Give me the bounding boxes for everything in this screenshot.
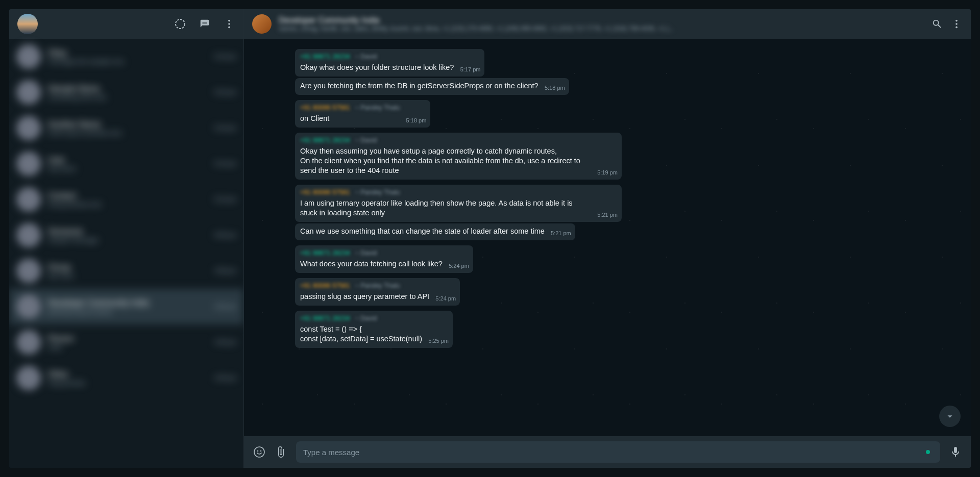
message-bubble[interactable]: Can we use something that can change the…	[295, 223, 575, 240]
chat-list-item[interactable]: Other msg preview 4:35 pm	[9, 360, 243, 396]
sidebar-actions	[174, 18, 235, 30]
group-members: names, chirag, hardik, ravi, sales, dhel…	[279, 25, 924, 32]
chat-info: Someone sample message	[48, 227, 207, 244]
chat-list[interactable]: Okay message text sample one 5:24 pm Sam…	[9, 39, 243, 468]
chat-preview: something here text	[48, 93, 207, 101]
message-bubble[interactable]: +91 98671 28234 ~ David const Test = () …	[295, 311, 453, 348]
chat-header[interactable]: Developer Community India names, chirag,…	[244, 9, 971, 39]
svg-point-8	[257, 450, 259, 452]
message-sender: +91 98671 28234	[300, 136, 350, 145]
chat-name: Person	[48, 334, 207, 343]
message-row: +91 80086 57581 ~ Pandey Thalu I am usin…	[295, 185, 920, 222]
chat-list-item[interactable]: Someone sample message 5:05 pm	[9, 217, 243, 253]
chat-preview: message text sample one	[48, 58, 207, 65]
header-text: Developer Community India names, chirag,…	[279, 16, 924, 32]
chat-info: Okay message text sample one	[48, 48, 207, 65]
chat-preview: lorem ipsum preview text	[48, 129, 207, 137]
emoji-icon[interactable]	[253, 446, 265, 458]
chat-list-item[interactable]: User hey there 5:15 pm	[9, 146, 243, 182]
chat-time: 5:20 pm	[214, 89, 236, 96]
chat-list-item[interactable]: Group text here 4:58 pm	[9, 253, 243, 289]
chat-name: Developer Community India	[48, 298, 207, 308]
chat-list-item[interactable]: Sample Name something here text 5:20 pm	[9, 74, 243, 110]
chat-name: Okay	[48, 48, 207, 58]
new-chat-icon[interactable]	[199, 18, 211, 30]
chat-name: Other	[48, 370, 207, 379]
message-alias: ~ Pandey Thalu	[355, 103, 400, 113]
chat-time: 5:18 pm	[214, 124, 236, 132]
message-sender: +91 80086 57581	[300, 188, 350, 197]
chat-time: 4:58 pm	[214, 267, 236, 274]
attach-icon[interactable]	[275, 446, 287, 458]
grammarly-indicator-icon	[926, 450, 930, 454]
chat-time: 5:15 pm	[214, 160, 236, 167]
message-alias: ~ David	[355, 314, 377, 323]
status-icon[interactable]	[174, 18, 186, 30]
chat-info: Group text here	[48, 263, 207, 280]
chat-list-item[interactable]: Contact emoji preview text 5:10 pm	[9, 182, 243, 217]
message-alias: ~ David	[355, 52, 377, 62]
chat-list-item[interactable]: Okay message text sample one 5:24 pm	[9, 39, 243, 74]
mic-icon[interactable]	[949, 446, 962, 458]
composer	[244, 436, 971, 468]
message-bubble[interactable]: +91 80086 57581 ~ Pandey Thalu I am usin…	[295, 185, 622, 222]
chat-list-item[interactable]: Another Name lorem ipsum preview text 5:…	[9, 110, 243, 146]
message-sender-row: +91 80086 57581 ~ Pandey Thalu	[300, 188, 591, 197]
message-bubble[interactable]: +91 98671 28234 ~ David Okay then assumi…	[295, 133, 622, 180]
svg-point-5	[955, 23, 958, 25]
chat-list-item[interactable]: Developer Community India passing slug a…	[9, 289, 243, 324]
message-time: 5:24 pm	[449, 261, 469, 271]
chat-time: 5:10 pm	[214, 196, 236, 203]
message-sender-row: +91 80086 57581 ~ Pandey Thalu	[300, 103, 400, 113]
message-time: 5:21 pm	[597, 210, 618, 220]
chat-time: 4:50 pm	[214, 303, 236, 310]
sidebar: Okay message text sample one 5:24 pm Sam…	[9, 9, 244, 468]
chat-info: Person hello	[48, 334, 207, 351]
chat-avatar	[16, 80, 41, 105]
message-text: What does your data fetching call look l…	[300, 259, 443, 269]
message-sender-row: +91 98671 28234 ~ David	[300, 248, 443, 258]
chat-info: Developer Community India passing slug a…	[48, 298, 207, 315]
message-bubble[interactable]: +91 98671 28234 ~ David Okay what does y…	[295, 49, 484, 77]
svg-point-1	[228, 20, 230, 22]
svg-point-4	[955, 20, 958, 22]
chat-menu-icon[interactable]	[950, 18, 963, 30]
chat-preview: sample message	[48, 236, 207, 244]
message-text: Are you fetching the from the DB in getS…	[300, 81, 538, 91]
message-time: 5:19 pm	[597, 168, 618, 178]
message-row: +91 98671 28234 ~ David What does your d…	[295, 245, 920, 273]
chat-preview: passing slug as query	[48, 308, 207, 315]
chat-avatar	[16, 223, 41, 247]
message-row: Can we use something that can change the…	[295, 223, 920, 240]
message-text: I am using ternary operator like loading…	[300, 198, 591, 218]
user-avatar[interactable]	[17, 14, 38, 34]
group-avatar[interactable]	[252, 14, 272, 34]
search-icon[interactable]	[931, 18, 943, 30]
message-time: 5:21 pm	[551, 229, 571, 238]
chat-info: Contact emoji preview text	[48, 191, 207, 208]
chat-avatar	[16, 187, 41, 212]
message-input[interactable]	[303, 448, 926, 457]
message-sender: +91 98671 28234	[300, 52, 350, 62]
message-text: const Test = () => { const [data, setDat…	[300, 324, 422, 344]
svg-point-7	[254, 447, 264, 457]
message-bubble[interactable]: Are you fetching the from the DB in getS…	[295, 78, 569, 95]
message-bubble[interactable]: +91 98671 28234 ~ David What does your d…	[295, 245, 473, 273]
message-text: Can we use something that can change the…	[300, 227, 545, 236]
message-text: passing slug as query parameter to API	[300, 292, 429, 302]
chat-info: Other msg preview	[48, 370, 207, 387]
chat-preview: msg preview	[48, 379, 207, 387]
message-sender-row: +91 80086 57581 ~ Pandey Thalu	[300, 281, 429, 291]
svg-point-9	[260, 450, 262, 452]
chat-avatar	[16, 259, 41, 283]
message-bubble[interactable]: +91 80086 57581 ~ Pandey Thalu passing s…	[295, 278, 460, 306]
message-alias: ~ David	[355, 136, 377, 145]
chat-list-item[interactable]: Person hello 4:40 pm	[9, 324, 243, 360]
message-sender: +91 80086 57581	[300, 103, 350, 113]
scroll-to-bottom-button[interactable]	[939, 406, 961, 427]
svg-point-6	[955, 27, 958, 29]
menu-icon[interactable]	[223, 18, 235, 30]
message-alias: ~ David	[355, 248, 377, 258]
messages-area[interactable]: +91 98671 28234 ~ David Okay what does y…	[244, 39, 971, 436]
message-bubble[interactable]: +91 80086 57581 ~ Pandey Thalu on Client…	[295, 100, 430, 128]
